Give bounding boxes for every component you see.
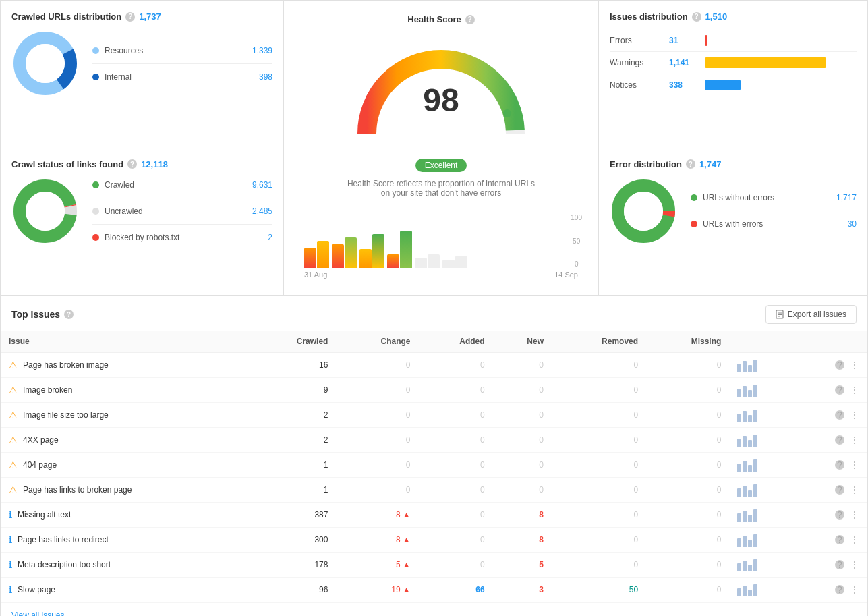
with-errors-value: 30: [848, 219, 857, 229]
warnings-bar: [705, 57, 826, 68]
new-value: 5: [539, 560, 544, 569]
uncrawled-dot: [92, 208, 99, 215]
mini-bar-chart: [737, 408, 786, 422]
table-row: ⚠ Image file size too large 2 0 0 0 0 0 …: [1, 403, 867, 428]
action-icons: ? ⋮: [803, 509, 859, 520]
mini-bar-chart: [737, 508, 786, 522]
row-help-icon[interactable]: ?: [835, 385, 844, 395]
change-cell: 19 ▲: [336, 578, 418, 603]
crawl-status-total: 12,118: [141, 159, 168, 169]
row-more-icon[interactable]: ⋮: [850, 584, 859, 595]
svg-point-10: [624, 192, 663, 231]
issues-dist-total: 1,510: [705, 11, 728, 22]
mini-bar-chart: [737, 458, 786, 472]
col-new: New: [493, 331, 552, 352]
row-more-icon[interactable]: ⋮: [850, 459, 859, 470]
bar-4b: [400, 231, 412, 268]
issues-table-body: ⚠ Page has broken image 16 0 0 0 0 0 ? ⋮: [1, 352, 867, 603]
info-icon: ℹ: [9, 559, 12, 570]
error-dist-help-icon[interactable]: ?: [686, 159, 695, 169]
crawled-urls-help-icon[interactable]: ?: [125, 12, 135, 22]
row-more-icon[interactable]: ⋮: [850, 360, 859, 370]
col-chart: [729, 331, 794, 352]
bar-group-1: [304, 241, 329, 268]
row-more-icon[interactable]: ⋮: [850, 559, 859, 570]
change-value: 0: [406, 460, 411, 470]
crawled-value: 1: [324, 460, 328, 470]
removed-value: 0: [633, 485, 638, 495]
info-icon: ℹ: [9, 584, 12, 595]
added-value: 0: [480, 435, 485, 445]
crawl-status-help-icon[interactable]: ?: [127, 159, 137, 169]
row-more-icon[interactable]: ⋮: [850, 435, 859, 445]
bar-group-4: [387, 231, 412, 268]
removed-cell: 0: [552, 528, 646, 553]
warning-icon: ⚠: [9, 484, 18, 495]
issue-name: ℹ Missing alt text: [9, 509, 243, 520]
crawled-cell: 96: [251, 578, 337, 603]
bar-6b: [455, 256, 467, 268]
change-value: 8 ▲: [344, 510, 410, 520]
row-more-icon[interactable]: ⋮: [850, 385, 859, 395]
row-help-icon[interactable]: ?: [835, 510, 844, 520]
mini-bar-chart: [737, 483, 786, 497]
missing-cell: 0: [646, 578, 729, 603]
row-help-icon[interactable]: ?: [835, 460, 844, 470]
added-cell: 0: [419, 378, 493, 403]
mini-bar-1: [737, 538, 741, 547]
view-all-issues-link[interactable]: View all issues: [1, 603, 75, 616]
crawled-dot: [92, 181, 99, 188]
crawled-cell: 2: [251, 403, 337, 428]
missing-cell: 0: [646, 403, 729, 428]
mini-bar-4: [753, 509, 757, 522]
health-score-bar-chart: 100 50 0 31 Aug 14 Sep: [297, 214, 585, 281]
mini-bar-3: [748, 515, 752, 522]
bar-y-labels: 100 50 0: [571, 214, 585, 268]
mini-bar-4: [753, 410, 757, 422]
added-value: 0: [480, 460, 485, 470]
mini-bar-chart: [737, 358, 786, 372]
removed-cell: 0: [552, 352, 646, 378]
crawled-value: 300: [314, 535, 328, 544]
bar-group-5: [415, 254, 440, 268]
mini-bar-4: [753, 484, 757, 497]
row-help-icon[interactable]: ?: [835, 560, 844, 569]
action-icons: ? ⋮: [803, 584, 859, 595]
issues-dist-help-icon[interactable]: ?: [692, 12, 701, 22]
bar-group-3: [359, 234, 384, 268]
row-more-icon[interactable]: ⋮: [850, 534, 859, 545]
blocked-label: Blocked by robots.txt: [105, 233, 262, 242]
row-help-icon[interactable]: ?: [835, 435, 844, 445]
export-label: Export all issues: [788, 310, 846, 319]
issue-name-cell: ⚠ 4XX page: [1, 428, 251, 453]
bar-group-6: [442, 256, 467, 268]
bar-5a: [415, 258, 427, 268]
health-score-help-icon[interactable]: ?: [465, 15, 475, 24]
top-issues-help-icon[interactable]: ?: [64, 310, 74, 319]
row-more-icon[interactable]: ⋮: [850, 484, 859, 495]
issue-name: ℹ Slow page: [9, 584, 243, 595]
row-more-icon[interactable]: ⋮: [850, 509, 859, 520]
removed-cell: 50: [552, 578, 646, 603]
removed-value: 0: [633, 460, 638, 470]
row-help-icon[interactable]: ?: [835, 410, 844, 420]
missing-cell: 0: [646, 453, 729, 478]
export-all-issues-button[interactable]: Export all issues: [765, 305, 857, 324]
row-help-icon[interactable]: ?: [835, 485, 844, 495]
notices-count: 338: [669, 80, 699, 90]
row-help-icon[interactable]: ?: [835, 360, 844, 370]
chart-cell: [729, 352, 794, 378]
row-help-icon[interactable]: ?: [835, 535, 844, 544]
added-value: 0: [480, 535, 485, 544]
change-value: 0: [406, 435, 411, 445]
issue-name-text: Image file size too large: [23, 410, 109, 420]
crawled-value: 2: [324, 435, 328, 445]
mini-bar-1: [737, 488, 741, 497]
new-cell: 0: [493, 378, 552, 403]
row-more-icon[interactable]: ⋮: [850, 410, 859, 420]
row-help-icon[interactable]: ?: [835, 585, 844, 594]
mini-bar-3: [748, 590, 752, 596]
internal-label: Internal: [105, 72, 254, 82]
issue-name-text: Meta description too short: [18, 560, 111, 569]
warning-icon: ⚠: [9, 459, 18, 470]
